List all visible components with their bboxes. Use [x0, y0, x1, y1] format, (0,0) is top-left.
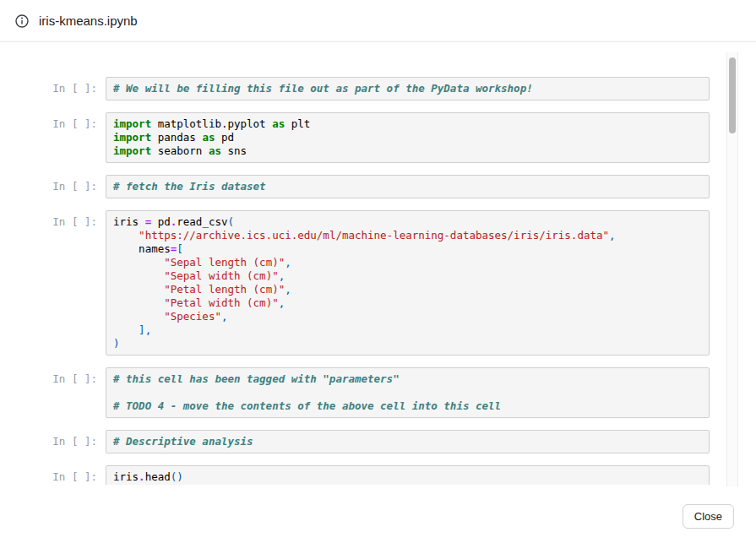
code-line: names=[	[113, 242, 702, 256]
cell-prompt: In [ ]:	[48, 112, 97, 131]
code-line: iris = pd.read_csv(	[113, 215, 702, 229]
code-line: iris.head()	[113, 470, 702, 484]
code-line: import matplotlib.pyplot as plt	[113, 117, 702, 131]
code-line: "Petal width (cm)",	[113, 296, 702, 310]
notebook-scroll-area[interactable]: In [ ]:# We will be filling this file ou…	[0, 43, 710, 485]
code-line: # TODO 4 - move the contents of the abov…	[113, 399, 702, 413]
close-button[interactable]: Close	[683, 504, 734, 529]
code-line: "Petal length (cm)",	[113, 283, 702, 296]
cell-prompt: In [ ]:	[48, 175, 97, 193]
notebook-cell: In [ ]:# this cell has been tagged with …	[48, 367, 710, 418]
notebook-cell: In [ ]:# fetch the Iris dataset	[48, 175, 710, 198]
cell-prompt: In [ ]:	[48, 367, 97, 386]
notebook-cell: In [ ]:# We will be filling this file ou…	[48, 77, 710, 100]
code-line: "Sepal length (cm)",	[113, 256, 702, 269]
code-line: "Sepal width (cm)",	[113, 269, 702, 283]
notebook-cell: In [ ]:iris.head()	[48, 465, 710, 485]
code-cell: iris.head()	[106, 465, 710, 485]
notebook-preview-modal: { "header": { "title": "iris-kmeans.ipyn…	[0, 0, 756, 543]
notebook-cell: In [ ]:import matplotlib.pyplot as pltim…	[48, 112, 710, 163]
code-line: "Species",	[113, 310, 702, 323]
code-cell: # this cell has been tagged with "parame…	[106, 367, 710, 418]
notebook-cell: In [ ]:iris = pd.read_csv( "https://arch…	[48, 210, 710, 356]
code-line: import pandas as pd	[113, 131, 702, 144]
scrollbar-thumb[interactable]	[729, 57, 736, 133]
cell-prompt: In [ ]:	[48, 465, 97, 484]
notebook-cell: In [ ]:# Descriptive analysis	[48, 430, 710, 453]
code-line: # this cell has been tagged with "parame…	[113, 372, 702, 386]
code-cell: # Descriptive analysis	[106, 430, 710, 453]
cell-prompt: In [ ]:	[48, 210, 97, 229]
cell-prompt: In [ ]:	[48, 77, 97, 95]
code-cell: # We will be filling this file out as pa…	[106, 77, 710, 100]
file-title: iris-kmeans.ipynb	[39, 14, 138, 28]
code-line: )	[113, 337, 702, 350]
code-cell: iris = pd.read_csv( "https://archive.ics…	[106, 210, 710, 356]
code-cell: import matplotlib.pyplot as pltimport pa…	[106, 112, 710, 163]
code-line: # fetch the Iris dataset	[113, 180, 702, 193]
code-cell: # fetch the Iris dataset	[106, 175, 710, 198]
cell-prompt: In [ ]:	[48, 430, 97, 448]
code-line: "https://archive.ics.uci.edu/ml/machine-…	[113, 229, 702, 242]
code-line: # Descriptive analysis	[113, 435, 702, 448]
code-line: ],	[113, 323, 702, 337]
code-line: import seaborn as sns	[113, 144, 702, 158]
info-icon	[15, 14, 29, 28]
code-line	[113, 386, 702, 399]
scrollbar-track[interactable]	[726, 52, 738, 486]
code-line: # We will be filling this file out as pa…	[113, 82, 702, 95]
modal-header: iris-kmeans.ipynb	[0, 0, 756, 42]
